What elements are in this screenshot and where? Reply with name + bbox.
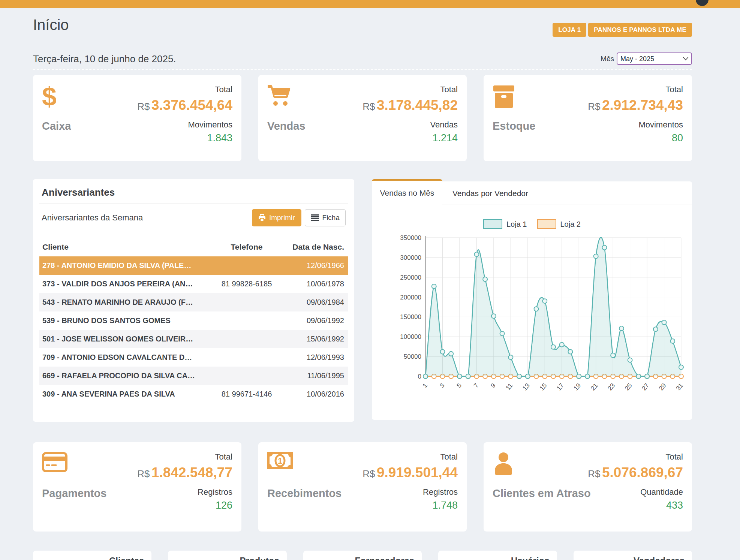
- stat-count: 1.843: [137, 132, 232, 144]
- stat-amount: R$ 3.178.445,82: [363, 97, 458, 113]
- birthdays-subtitle: Aniversariantes da Semana: [42, 213, 143, 223]
- sales-panel: Vendas no Mês Vendas por Vendedor Loja 1…: [372, 179, 692, 420]
- stat-count-label: Quantidade: [588, 487, 683, 497]
- birthdate-cell: 15/06/1992: [284, 335, 348, 343]
- phone-cell: 81 99828-6185: [209, 280, 284, 288]
- stat-count: 1.748: [363, 500, 458, 511]
- birthdate-cell: 09/06/1984: [284, 298, 348, 307]
- printer-icon: [258, 214, 266, 222]
- stat-total-label: Total: [588, 452, 683, 462]
- client-cell: 709 - ANTONIO EDSON CAVALCANTE D…: [39, 353, 209, 362]
- svg-text:19: 19: [572, 382, 583, 392]
- stat-count: 1.214: [363, 132, 458, 144]
- svg-text:13: 13: [521, 382, 531, 392]
- client-cell: 501 - JOSE WELISSON GOMES OLIVEIR…: [39, 335, 209, 343]
- svg-text:29: 29: [658, 382, 668, 392]
- stat-amount: R$ 3.376.454,64: [137, 97, 232, 113]
- svg-text:300000: 300000: [400, 254, 421, 261]
- store-badge[interactable]: LOJA 1: [553, 23, 586, 37]
- footer-card-label: Produtos: [168, 556, 279, 560]
- table-row[interactable]: 669 - RAFAELA PROCOPIO DA SILVA CA… 11/0…: [39, 367, 348, 385]
- svg-text:11: 11: [505, 382, 514, 392]
- section-divider: [33, 69, 692, 70]
- client-cell: 543 - RENATO MARINHO DE ARAUJO (F…: [39, 298, 209, 307]
- svg-text:1: 1: [278, 456, 282, 466]
- birthdate-cell: 10/06/2016: [284, 390, 348, 398]
- stat-count-label: Movimentos: [588, 120, 683, 130]
- svg-text:250000: 250000: [400, 274, 421, 281]
- stat-card: Clientes em Atraso Total R$ 5.076.869,67…: [484, 442, 692, 532]
- tab-vendas-no-mes[interactable]: Vendas no Mês: [372, 179, 442, 205]
- birthdate-cell: 10/06/1978: [284, 280, 348, 288]
- legend-item[interactable]: Loja 2: [537, 219, 581, 229]
- client-cell: 539 - BRUNO DOS SANTOS GOMES: [39, 316, 209, 325]
- svg-text:9: 9: [489, 382, 497, 389]
- company-badge[interactable]: PANNOS E PANNOS LTDA ME: [588, 23, 692, 37]
- sales-chart: 0500001000001500002000002500003000003500…: [372, 235, 692, 415]
- footer-stat-card: Vendedores: [574, 551, 692, 560]
- print-button[interactable]: Imprimir: [252, 209, 301, 226]
- table-row[interactable]: 309 - ANA SEVERINA PAES DA SILVA 81 9967…: [39, 385, 348, 403]
- stat-cards-top-row: $ Caixa Total R$ 3.376.454,64 Movimentos…: [33, 75, 692, 161]
- table-row[interactable]: 278 - ANTONIO EMIDIO DA SILVA (PALE… 12/…: [39, 256, 348, 275]
- birthdate-cell: 11/06/1995: [284, 371, 348, 380]
- stat-amount: R$ 5.076.869,67: [588, 465, 683, 481]
- stat-card: $ Caixa Total R$ 3.376.454,64 Movimentos…: [33, 75, 241, 161]
- svg-text:25: 25: [623, 382, 634, 392]
- svg-text:100000: 100000: [400, 333, 421, 340]
- table-row[interactable]: 501 - JOSE WELISSON GOMES OLIVEIR… 15/06…: [39, 330, 348, 348]
- footer-stat-card: Clientes: [33, 551, 151, 560]
- birthdays-table: Cliente Telefone Data de Nasc. 278 - ANT…: [39, 238, 348, 403]
- month-select[interactable]: May - 2025: [617, 52, 692, 65]
- stat-amount: R$ 9.919.501,44: [363, 465, 458, 481]
- birthdays-table-header: Cliente Telefone Data de Nasc.: [39, 238, 348, 256]
- birthdate-cell: 12/06/1993: [284, 353, 348, 362]
- svg-text:5: 5: [455, 382, 463, 389]
- dashboard-page: Início LOJA 1 PANNOS E PANNOS LTDA ME Te…: [0, 0, 740, 560]
- svg-text:21: 21: [589, 382, 599, 392]
- user-avatar[interactable]: [696, 0, 709, 6]
- col-data-nasc: Data de Nasc.: [284, 243, 348, 252]
- table-row[interactable]: 543 - RENATO MARINHO DE ARAUJO (F… 09/06…: [39, 293, 348, 311]
- client-cell: 278 - ANTONIO EMIDIO DA SILVA (PALE…: [39, 261, 209, 270]
- svg-text:350000: 350000: [400, 235, 421, 241]
- svg-text:23: 23: [607, 382, 617, 392]
- stat-count-label: Vendas: [363, 120, 458, 130]
- tab-vendas-por-vendedor[interactable]: Vendas por Vendedor: [442, 181, 538, 205]
- table-row[interactable]: 539 - BRUNO DOS SANTOS GOMES 09/06/1992: [39, 311, 348, 330]
- legend-swatch: [483, 219, 502, 229]
- chart-legend: Loja 1Loja 2: [372, 219, 692, 229]
- stat-count-label: Registros: [137, 487, 232, 497]
- footer-card-label: Vendedores: [574, 556, 685, 560]
- legend-label: Loja 2: [560, 220, 581, 229]
- table-row[interactable]: 709 - ANTONIO EDSON CAVALCANTE D… 12/06/…: [39, 348, 348, 367]
- stat-total-label: Total: [363, 452, 458, 462]
- stat-total-label: Total: [588, 85, 683, 94]
- footer-stat-card: Usuários: [438, 551, 557, 560]
- month-label: Mês: [601, 55, 614, 63]
- page-title: Início: [33, 16, 69, 33]
- svg-text:7: 7: [472, 382, 480, 389]
- stat-card: 1 Recebimentos Total R$ 9.919.501,44 Reg…: [258, 442, 467, 532]
- month-filter: Mês May - 2025: [601, 52, 692, 65]
- ficha-button[interactable]: Ficha: [305, 209, 346, 226]
- svg-text:1: 1: [421, 382, 429, 389]
- legend-label: Loja 1: [506, 220, 527, 229]
- stat-count: 433: [588, 500, 683, 511]
- footer-card-label: Clientes: [33, 556, 144, 560]
- svg-text:17: 17: [555, 382, 565, 392]
- svg-text:0: 0: [418, 373, 421, 380]
- footer-cards-row: Clientes Produtos Fornecedores Usuários …: [33, 551, 692, 560]
- table-row[interactable]: 373 - VALDIR DOS ANJOS PEREIRA (AN… 81 9…: [39, 275, 348, 293]
- footer-card-label: Fornecedores: [303, 556, 414, 560]
- list-icon: [311, 214, 319, 221]
- footer-stat-card: Fornecedores: [303, 551, 422, 560]
- footer-stat-card: Produtos: [168, 551, 286, 560]
- client-cell: 669 - RAFAELA PROCOPIO DA SILVA CA…: [39, 371, 209, 380]
- store-badges: LOJA 1 PANNOS E PANNOS LTDA ME: [553, 23, 692, 37]
- legend-swatch: [537, 219, 556, 229]
- stat-count: 126: [137, 500, 232, 511]
- legend-item[interactable]: Loja 1: [483, 219, 527, 229]
- svg-text:200000: 200000: [400, 294, 421, 301]
- svg-text:31: 31: [674, 382, 685, 392]
